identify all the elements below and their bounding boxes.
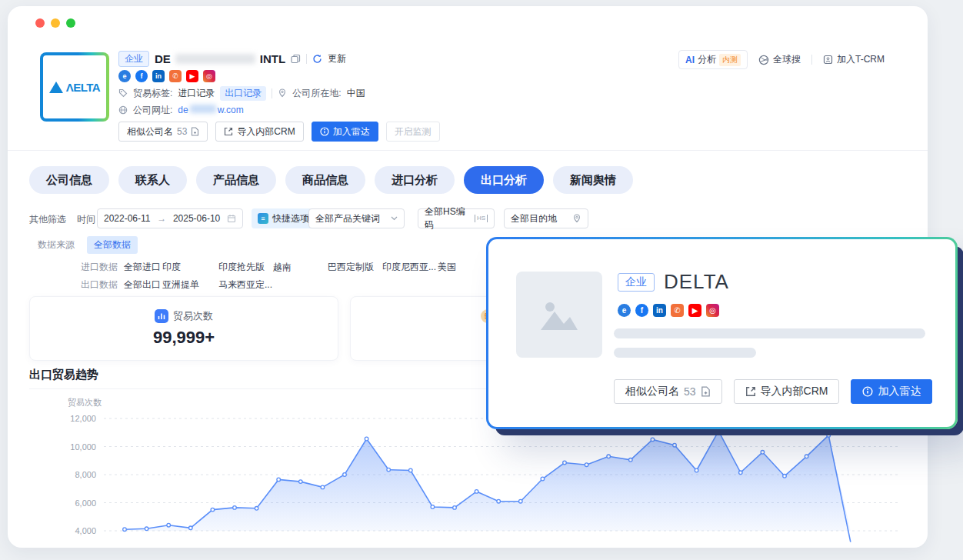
image-placeholder: [516, 272, 602, 358]
company-title-row: 企业 DE INTL 更新: [118, 49, 365, 68]
global-search-button[interactable]: 全球搜: [758, 53, 801, 66]
import-crm-button[interactable]: 导入内部CRM: [734, 379, 840, 404]
ds-item[interactable]: 全部出口: [124, 278, 162, 292]
window-controls: [35, 18, 75, 28]
youtube-icon[interactable]: ▶: [688, 304, 701, 317]
phone-icon[interactable]: ✆: [671, 304, 684, 317]
svg-text:6,000: 6,000: [75, 498, 96, 508]
popup-action-buttons: 相似公司名 53 导入内部CRM 加入雷达: [614, 379, 932, 404]
delta-logo-text: ΛELTA: [66, 81, 100, 94]
divider: [272, 88, 272, 98]
export-data-label: 出口数据: [81, 278, 124, 292]
refresh-icon[interactable]: [312, 54, 322, 64]
website-browser-icon[interactable]: e: [618, 304, 631, 317]
ai-analysis-button[interactable]: AI 分析 内测: [678, 50, 748, 69]
export-record-tag[interactable]: 出口记录: [220, 86, 266, 101]
data-source-all[interactable]: 全部数据: [87, 236, 138, 254]
tab-product-info[interactable]: 产品信息: [196, 166, 276, 194]
picture-icon: [539, 298, 579, 332]
trade-tags-row: 贸易标签: 进口记录 出口记录 公司所在地: 中国: [118, 85, 365, 102]
delta-logo-image: ΛELTA: [43, 55, 106, 118]
linkedin-icon[interactable]: in: [152, 70, 165, 82]
ds-item[interactable]: 印度尼西亚...: [382, 261, 438, 274]
ds-item[interactable]: 全部进口: [124, 261, 162, 274]
popup-company-name: DELTA: [664, 270, 729, 294]
filter-bar: 其他筛选 时间 2022-06-11 → 2025-06-10 ≡ 快捷选项 全…: [8, 208, 928, 228]
info-circle-icon: [862, 386, 873, 397]
divider: [811, 55, 812, 65]
update-label[interactable]: 更新: [328, 52, 346, 65]
page-background: ΛELTA 企业 DE INTL 更新 e f in ✆: [0, 0, 963, 560]
youtube-icon[interactable]: ▶: [186, 70, 198, 82]
trend-section-title: 出口贸易趋势: [29, 368, 98, 382]
ds-item[interactable]: 马来西亚定...: [218, 278, 273, 292]
export-data-row: 出口数据 全部出口 亚洲提单 马来西亚定...: [81, 278, 438, 292]
phone-icon[interactable]: ✆: [169, 70, 182, 82]
ds-item[interactable]: 巴西定制版: [328, 261, 382, 274]
destination-pin-icon: [572, 214, 581, 223]
add-radar-button[interactable]: 加入雷达: [312, 122, 378, 142]
entity-tag: 企业: [618, 273, 655, 292]
close-window-icon[interactable]: [35, 18, 45, 28]
company-logo: ΛELTA: [40, 52, 109, 122]
quick-options-button[interactable]: ≡ 快捷选项: [252, 208, 315, 228]
ds-item[interactable]: 印度: [162, 261, 218, 274]
blurred-name-segment: [175, 54, 255, 64]
date-range-input[interactable]: 2022-06-11 → 2025-06-10: [97, 208, 243, 228]
destination-select[interactable]: 全部目的地: [504, 208, 588, 228]
zoom-window-icon[interactable]: [66, 18, 75, 28]
popup-social-icons: e f in ✆ ▶ ◎: [618, 304, 719, 317]
copy-icon[interactable]: [291, 54, 301, 64]
ds-item[interactable]: 印度抢先版: [218, 261, 273, 274]
tab-export-analysis[interactable]: 出口分析: [464, 166, 544, 194]
facebook-icon[interactable]: f: [635, 304, 648, 317]
calendar-icon: [227, 214, 236, 223]
social-icons-row: e f in ✆ ▶ ◎: [118, 68, 365, 85]
tab-news[interactable]: 新闻舆情: [553, 166, 633, 194]
beta-badge: 内测: [719, 54, 741, 66]
other-filter-label[interactable]: 其他筛选: [29, 213, 66, 226]
tab-company-info[interactable]: 公司信息: [29, 166, 109, 194]
similar-company-button[interactable]: 相似公司名 53: [118, 122, 208, 142]
facebook-icon[interactable]: f: [135, 70, 148, 82]
minimize-window-icon[interactable]: [51, 18, 60, 28]
global-search-icon: [758, 55, 769, 65]
website-label: 公司网址:: [133, 104, 172, 117]
trade-count-label: 贸易次数: [173, 309, 213, 323]
website-link[interactable]: dew.com: [178, 105, 243, 115]
company-popup-card: 企业 DELTA e f in ✆ ▶ ◎ 相似公司名 53: [486, 237, 958, 429]
data-source-label: 数据来源: [38, 238, 75, 252]
import-crm-button[interactable]: 导入内部CRM: [215, 122, 303, 142]
ds-item[interactable]: 亚洲提单: [162, 278, 218, 292]
location-pin-icon: [278, 88, 287, 98]
company-name: DE INTL: [155, 52, 285, 65]
ds-item[interactable]: 美国: [438, 261, 456, 274]
tab-contacts[interactable]: 联系人: [118, 166, 187, 194]
tab-import-analysis[interactable]: 进口分析: [375, 166, 455, 194]
import-record-tag[interactable]: 进口记录: [178, 87, 215, 100]
hs-code-select[interactable]: 全部HS编码 HS: [418, 208, 495, 228]
product-keyword-select[interactable]: 全部产品关键词: [308, 208, 405, 228]
website-browser-icon[interactable]: e: [118, 70, 131, 82]
time-label: 时间: [77, 213, 95, 226]
tcrm-frame-icon: [823, 55, 833, 65]
location-label: 公司所在地:: [292, 87, 341, 100]
website-row: 公司网址: dew.com: [118, 102, 365, 118]
add-radar-button[interactable]: 加入雷达: [851, 379, 932, 404]
divider: [306, 54, 307, 64]
blurred-url-segment: [190, 105, 216, 113]
tab-commodity-info[interactable]: 商品信息: [285, 166, 365, 194]
start-monitor-button[interactable]: 开启监测: [386, 122, 440, 142]
svg-text:8,000: 8,000: [75, 470, 96, 479]
add-tcrm-button[interactable]: 加入T-CRM: [823, 53, 885, 66]
linkedin-icon[interactable]: in: [653, 304, 666, 317]
data-source-header: 数据来源 全部数据: [38, 236, 138, 254]
import-icon: [745, 386, 756, 397]
instagram-icon[interactable]: ◎: [203, 70, 215, 82]
ds-item[interactable]: 越南: [273, 261, 328, 274]
similar-company-button[interactable]: 相似公司名 53: [614, 379, 722, 404]
delta-triangle-icon: [49, 82, 63, 93]
instagram-icon[interactable]: ◎: [706, 304, 719, 317]
import-data-label: 进口数据: [81, 261, 124, 274]
tag-icon: [118, 88, 128, 98]
